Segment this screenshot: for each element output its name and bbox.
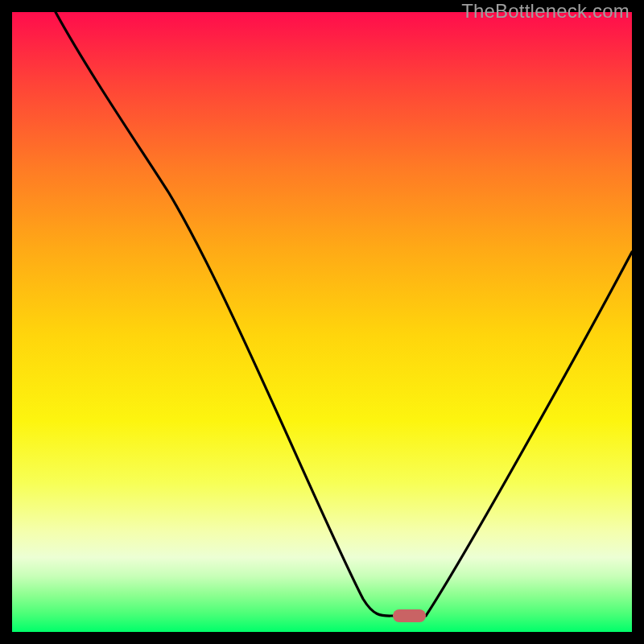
curve-path (56, 12, 632, 616)
minimum-marker (393, 609, 426, 622)
attribution-text: TheBottleneck.com (461, 0, 630, 23)
bottleneck-curve (12, 12, 632, 632)
